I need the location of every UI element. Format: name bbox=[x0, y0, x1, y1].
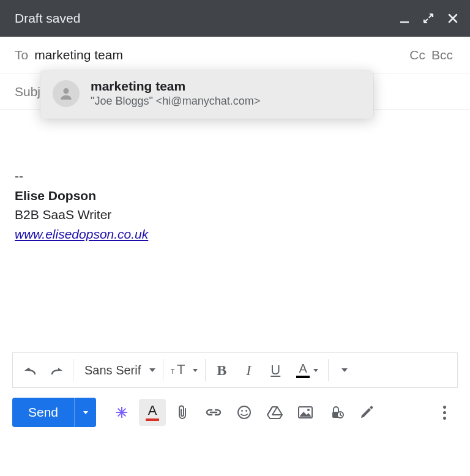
signature-link[interactable]: www.elisedopson.co.uk bbox=[15, 227, 148, 241]
svg-rect-0 bbox=[400, 21, 409, 23]
svg-line-17 bbox=[340, 415, 341, 416]
format-toolbar: Sans Serif т T B I U A bbox=[12, 352, 458, 388]
to-value[interactable]: marketing team bbox=[34, 48, 123, 62]
insert-emoji-button[interactable] bbox=[231, 399, 258, 426]
undo-button[interactable] bbox=[17, 357, 43, 384]
autocomplete-item[interactable]: marketing team "Joe Bloggs" <hi@manychat… bbox=[40, 70, 373, 119]
avatar-placeholder-icon bbox=[53, 80, 80, 107]
window-header: Draft saved bbox=[0, 0, 470, 37]
more-options-button[interactable] bbox=[431, 399, 458, 426]
autocomplete-email: "Joe Bloggs" <hi@manychat.com> bbox=[91, 95, 260, 108]
svg-point-1 bbox=[63, 88, 69, 94]
chevron-down-icon bbox=[313, 369, 318, 372]
svg-point-9 bbox=[238, 406, 250, 418]
autocomplete-dropdown: marketing team "Joe Bloggs" <hi@manychat… bbox=[40, 70, 373, 119]
compose-body[interactable]: -- Elise Dopson B2B SaaS Writer www.elis… bbox=[0, 110, 470, 352]
kebab-icon bbox=[443, 406, 446, 420]
svg-point-11 bbox=[245, 410, 247, 412]
minimize-icon[interactable] bbox=[399, 13, 410, 24]
chevron-down-icon bbox=[193, 369, 198, 372]
to-row[interactable]: To marketing team Cc Bcc bbox=[0, 37, 470, 73]
chevron-down-icon bbox=[149, 368, 155, 372]
more-formatting-button[interactable] bbox=[331, 357, 358, 384]
send-button[interactable]: Send bbox=[12, 398, 74, 427]
window-title: Draft saved bbox=[15, 11, 80, 26]
bcc-button[interactable]: Bcc bbox=[431, 48, 453, 62]
svg-point-10 bbox=[241, 410, 243, 412]
cc-button[interactable]: Cc bbox=[409, 48, 425, 62]
spark-icon[interactable] bbox=[108, 399, 135, 426]
signature-title: B2B SaaS Writer bbox=[15, 205, 455, 225]
svg-point-13 bbox=[307, 409, 310, 411]
font-family-label: Sans Serif bbox=[84, 363, 141, 377]
insert-image-button[interactable] bbox=[292, 399, 319, 426]
attach-file-button[interactable] bbox=[170, 399, 196, 426]
text-color-button[interactable]: A bbox=[289, 357, 326, 384]
font-family-select[interactable]: Sans Serif bbox=[76, 357, 160, 384]
svg-text:T: T bbox=[177, 363, 185, 377]
window-controls bbox=[399, 12, 459, 24]
action-bar: Send A bbox=[0, 388, 470, 439]
font-size-button[interactable]: т T bbox=[166, 357, 203, 384]
send-options-button[interactable] bbox=[74, 398, 96, 427]
signature-name: Elise Dopson bbox=[15, 186, 455, 206]
redo-button[interactable] bbox=[43, 357, 70, 384]
to-label: To bbox=[15, 48, 28, 62]
autocomplete-name: marketing team bbox=[91, 79, 260, 94]
signature-separator: -- bbox=[15, 166, 455, 186]
text-format-toggle[interactable]: A bbox=[139, 399, 166, 426]
confidential-mode-button[interactable] bbox=[323, 399, 349, 426]
close-icon[interactable] bbox=[447, 12, 459, 24]
underline-button[interactable]: U bbox=[262, 357, 289, 384]
popout-icon[interactable] bbox=[422, 12, 435, 24]
svg-text:т: т bbox=[171, 366, 175, 376]
insert-link-button[interactable] bbox=[200, 399, 227, 426]
insert-signature-button[interactable] bbox=[353, 399, 380, 426]
italic-button[interactable]: I bbox=[235, 357, 262, 384]
bold-button[interactable]: B bbox=[208, 357, 235, 384]
insert-drive-button[interactable] bbox=[261, 399, 288, 426]
